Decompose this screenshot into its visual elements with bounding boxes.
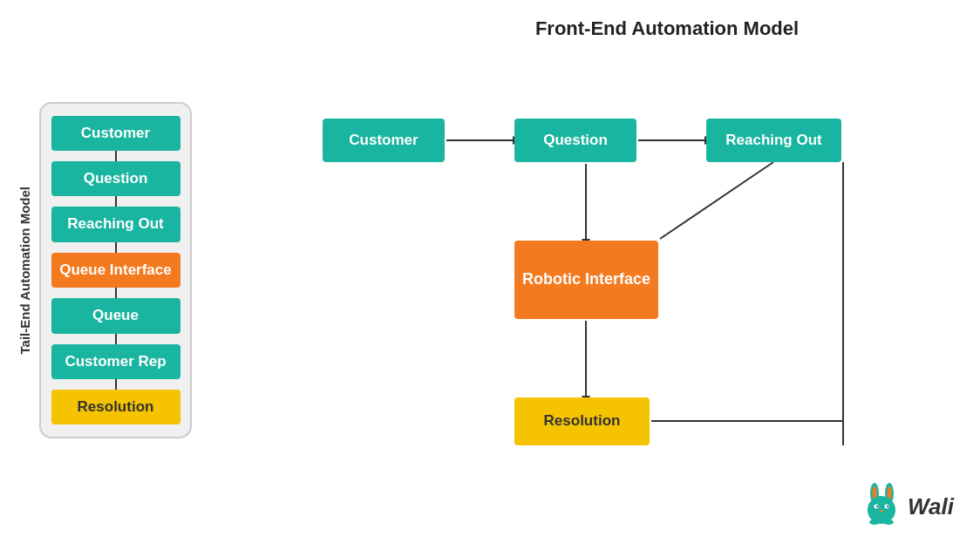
- svg-line-7: [660, 162, 773, 239]
- svg-point-20: [880, 510, 883, 512]
- right-box-resolution: Resolution: [514, 397, 650, 445]
- svg-point-18: [876, 506, 878, 507]
- right-box-reaching-out: Reaching Out: [706, 119, 841, 162]
- right-box-question: Question: [514, 119, 636, 162]
- svg-point-21: [869, 519, 880, 525]
- left-box-question: Question: [51, 161, 180, 196]
- wali-rabbit-icon: [863, 481, 902, 533]
- right-box-customer: Customer: [323, 119, 445, 162]
- wali-text: Wali: [908, 493, 954, 520]
- left-diagram: Tail-End Automation Model Customer Quest…: [17, 9, 201, 532]
- connector-2-3: [115, 242, 117, 253]
- left-box-queue: Queue: [51, 298, 180, 333]
- svg-point-19: [887, 506, 888, 507]
- connector-0-1: [115, 151, 117, 161]
- wali-logo: Wali: [863, 481, 954, 533]
- connector-4-5: [115, 334, 117, 344]
- left-container: Customer Question Reaching Out Queue Int…: [39, 102, 192, 439]
- left-box-queue-interface: Queue Interface: [51, 253, 180, 288]
- svg-point-22: [883, 519, 894, 525]
- left-box-reaching-out: Reaching Out: [51, 207, 180, 241]
- connector-1-2: [115, 196, 117, 207]
- left-box-resolution: Resolution: [51, 390, 180, 424]
- right-title: Front-End Automation Model: [384, 17, 950, 40]
- connector-5-6: [115, 379, 117, 390]
- right-diagram: Front-End Automation Model Customer: [314, 17, 950, 532]
- right-box-robotic-interface: Robotic Interface: [514, 241, 658, 319]
- right-boxes: Customer Question Reaching Out Robotic I…: [314, 66, 950, 519]
- connector-3-4: [115, 288, 117, 298]
- left-box-customer-rep: Customer Rep: [51, 344, 180, 379]
- left-box-customer: Customer: [51, 116, 180, 151]
- left-diagram-label: Tail-End Automation Model: [17, 187, 32, 354]
